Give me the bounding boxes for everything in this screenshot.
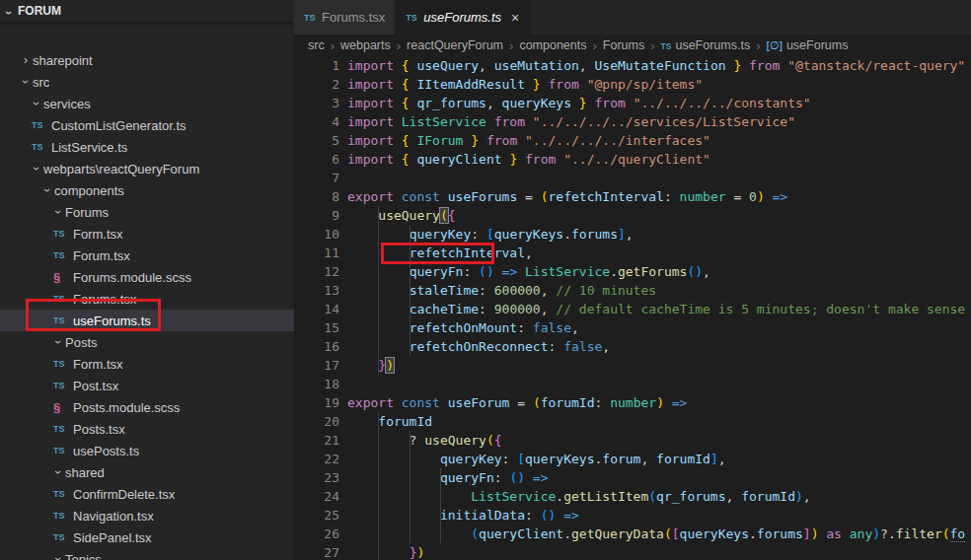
chevron-down-icon: › [2,2,16,20]
tree-item-forums[interactable]: ›Forums [0,201,294,223]
code-line-content: export const useForum = (forumId: number… [339,393,687,412]
code-line-content: ? useQuery({ [339,431,502,450]
line-number: 7 [294,169,339,187]
code-line-content: queryFn: () => [339,468,549,487]
tree-item-useforums-ts[interactable]: TSuseForums.ts [0,310,294,331]
tree-item-sharepoint[interactable]: ›sharepoint [0,49,294,71]
tree-item-form-tsx[interactable]: TSForm.tsx [0,353,294,375]
tab-useforums-ts[interactable]: TSuseForums.ts× [396,0,530,35]
tree-item-label: src [33,75,49,90]
breadcrumb-item-useforums-ts[interactable]: TSuseForums.ts [661,38,751,52]
tree-item-label: shared [65,465,105,480]
breadcrumb-label: Forums [603,38,644,52]
line-number: 22 [294,450,339,468]
code-line-content: queryKey: [queryKeys.forum, forumId], [339,450,726,468]
tree-item-confirmdelete-tsx[interactable]: TSConfirmDelete.tsx [0,483,294,505]
tab-forums-tsx[interactable]: TSForums.tsx [294,0,396,35]
chevron-down-icon: › [51,465,65,479]
code-line-content: import { qr_forums, queryKeys } from "..… [339,94,811,112]
close-icon[interactable]: × [511,10,519,26]
chevron-down-icon: › [30,97,43,110]
code-line-content: queryFn: () => ListService.getForums(), [339,262,710,281]
line-number: 1 [294,56,339,75]
code-line-10: 10 queryKey: [queryKeys.forums], [294,225,971,244]
code-line-27: 27 }) [294,543,971,560]
tree-item-label: Forums.tsx [73,292,136,307]
tree-item-label: Forums [65,205,109,220]
line-number: 16 [294,337,339,356]
tree-item-shared[interactable]: ›shared [0,461,294,483]
code-line-8: 8export const useForums = (refetchInterv… [294,187,971,206]
breadcrumb-separator-icon: › [593,38,597,53]
tree-item-forums-tsx[interactable]: TSForums.tsx [0,288,294,310]
tree-item-posts-tsx[interactable]: TSPosts.tsx [0,418,294,440]
ts-icon: TS [53,489,73,499]
chevron-down-icon: › [19,75,33,89]
breadcrumb-item-webparts[interactable]: webparts [340,38,391,52]
tree-item-src[interactable]: ›src [0,71,294,93]
code-line-19: 19export const useForum = (forumId: numb… [294,393,971,412]
breadcrumb-label: reactQueryForum [407,38,503,52]
ts-icon: TS [53,250,73,260]
indent-guide [378,412,379,560]
line-number: 6 [294,150,339,169]
breadcrumb-separator-icon: › [397,38,401,53]
editor-group[interactable]: TSForums.tsxTSuseForums.ts× src›webparts… [294,0,971,560]
tree-item-listservice-ts[interactable]: TSListService.ts [0,136,294,158]
code-line-content: import { useQuery, useMutation, UseMutat… [339,56,965,75]
tree-item-useposts-ts[interactable]: TSusePosts.ts [0,440,294,461]
tree-item-forum-tsx[interactable]: TSForum.tsx [0,245,294,266]
line-number: 13 [294,281,339,300]
ts-icon: TS [53,381,73,390]
tree-item-forums-module-scss[interactable]: §Forums.module.scss [0,266,294,288]
tree-item-post-tsx[interactable]: TSPost.tsx [0,375,294,396]
tree-item-posts-module-scss[interactable]: §Posts.module.scss [0,396,294,418]
breadcrumb-separator-icon: › [331,38,335,53]
line-number: 11 [294,244,339,262]
tree-item-posts[interactable]: ›Posts [0,331,294,353]
code-line-content: (queryClient.getQueryData([queryKeys.for… [339,525,965,543]
tree-item-label: Navigation.tsx [73,509,154,524]
chevron-down-icon: › [51,552,65,560]
scss-icon: § [53,400,73,415]
tree-item-services[interactable]: ›services [0,93,294,114]
code-line-16: 16 refetchOnReconnect: false, [294,337,971,356]
scss-icon: § [53,270,73,285]
code-line-content: useQuery({ [339,206,456,225]
section-header-forum[interactable]: › FORUM [0,0,294,22]
breadcrumb-item-components[interactable]: components [519,38,586,52]
tree-item-form-tsx[interactable]: TSForm.tsx [0,223,294,245]
code-area[interactable]: 1import { useQuery, useMutation, UseMuta… [294,56,971,560]
file-tree: ›sharepoint›src›servicesTSCustomListGene… [0,35,294,560]
line-number: 18 [294,375,339,393]
code-line-content: refetchOnReconnect: false, [339,337,610,356]
breadcrumb-item-forums[interactable]: Forums [603,38,644,52]
code-line-content: }) [339,356,394,375]
code-line-content [339,169,347,187]
line-number: 23 [294,468,339,487]
code-line-content: refetchOnMount: false, [339,318,579,337]
breadcrumb: src›webparts›reactQueryForum›components›… [294,35,971,56]
tree-item-topics[interactable]: ›Topics [0,548,294,560]
tree-item-navigation-tsx[interactable]: TSNavigation.tsx [0,505,294,526]
breadcrumb-item-reactqueryforum[interactable]: reactQueryForum [407,38,503,52]
breadcrumb-item-useforums[interactable]: [∅]useForums [767,38,849,52]
tree-item-label: useForums.ts [73,314,151,328]
indent-guide [378,206,379,375]
code-line-content: import { queryClient } from "../../query… [339,150,710,169]
tab-bar: TSForums.tsxTSuseForums.ts× [294,0,971,35]
tree-item-label: usePosts.ts [73,444,139,458]
code-line-content: }) [339,543,424,560]
chevron-down-icon: › [51,205,65,219]
code-line-22: 22 queryKey: [queryKeys.forum, forumId], [294,450,971,468]
breadcrumb-item-src[interactable]: src [308,38,325,52]
indent-guide [410,431,411,543]
tree-item-webparts-reactqueryforum[interactable]: ›webparts\reactQueryForum [0,158,294,179]
tree-item-customlistgenerator-ts[interactable]: TSCustomListGenerator.ts [0,114,294,136]
tree-item-components[interactable]: ›components [0,179,294,201]
tab-label: Forums.tsx [322,10,385,25]
code-line-9: 9 useQuery({ [294,206,971,225]
breadcrumb-label: components [519,38,586,52]
ts-icon: TS [32,142,51,152]
tree-item-sidepanel-tsx[interactable]: TSSidePanel.tsx [0,526,294,548]
